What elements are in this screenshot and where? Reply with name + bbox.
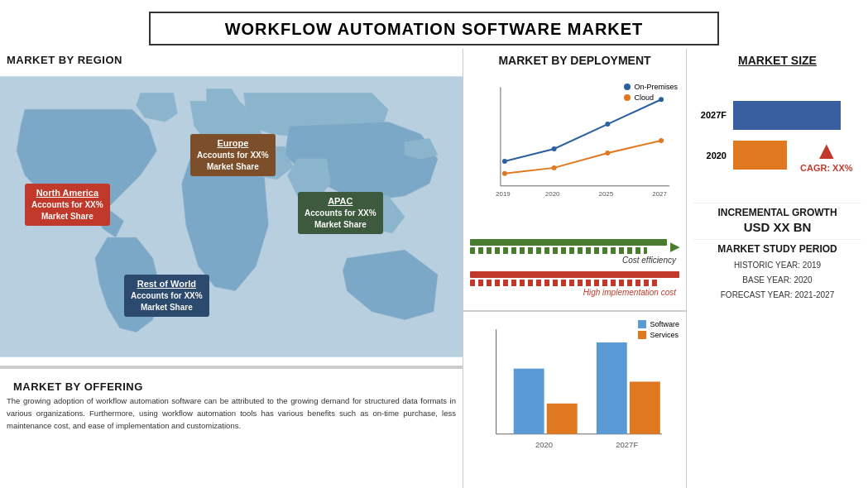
cagr-label: CAGR: XX% [800, 163, 853, 173]
svg-text:2027: 2027 [652, 190, 667, 198]
map-container: North America Accounts for XX% Market Sh… [0, 68, 463, 366]
size-row-2027: 2027F [693, 101, 861, 130]
services-legend-box [638, 331, 646, 339]
svg-text:2025: 2025 [599, 190, 614, 198]
offering-section: MARKET BY OFFERING The growing adoption … [0, 367, 463, 488]
left-panel: MARKET BY REGION [0, 49, 463, 488]
europe-label: Europe Accounts for XX% Market Share [190, 134, 276, 176]
base-year: BASE YEAR: 2020 [693, 273, 861, 288]
svg-text:2020: 2020 [535, 440, 553, 449]
apac-label: APAC Accounts for XX% Market Share [298, 192, 383, 234]
deployment-chart: 2019 2020 2025 2027 On-Premises Cloud [463, 70, 686, 236]
svg-rect-19 [597, 342, 627, 434]
incremental-growth-title: INCREMENTAL GROWTH [693, 207, 861, 218]
cloud-label: Cloud [634, 93, 654, 102]
software-legend-label: Software [650, 320, 679, 328]
deployment-legend: On-Premises Cloud [624, 83, 678, 104]
cloud-dot [624, 94, 631, 101]
services-legend-label: Services [650, 331, 679, 339]
size-row-2020: 2020 ▲ CAGR: XX% [693, 138, 861, 173]
svg-point-10 [659, 138, 664, 143]
offering-section-title: MARKET BY OFFERING [7, 376, 456, 395]
cost-efficiency-arrow: ▶ [670, 240, 679, 253]
right-panel: MARKET SIZE 2027F 2020 ▲ CAGR: XX% INCRE… [687, 49, 868, 488]
svg-text:2020: 2020 [545, 190, 560, 198]
offering-legend-software: Software [638, 320, 679, 328]
size-year-2027: 2027F [693, 110, 727, 120]
offering-chart: 2020 2027F Software Services [463, 312, 686, 465]
svg-point-7 [502, 171, 507, 176]
region-section-title: MARKET BY REGION [0, 49, 463, 68]
svg-point-9 [605, 151, 610, 155]
implementation-cost-label: High implementation cost [470, 288, 679, 297]
implementation-cost-driver: High implementation cost [470, 271, 679, 297]
incremental-growth-section: INCREMENTAL GROWTH USD XX BN [693, 203, 861, 239]
middle-panel: MARKET BY DEPLOYMENT [463, 49, 687, 488]
legend-on-premises: On-Premises [624, 83, 678, 91]
deployment-section-title: MARKET BY DEPLOYMENT [463, 49, 686, 70]
historic-year: HISTORIC YEAR: 2019 [693, 258, 861, 273]
size-year-2020: 2020 [693, 151, 727, 160]
svg-point-4 [552, 146, 557, 151]
offering-legend-services: Services [638, 331, 679, 339]
market-size-title: MARKET SIZE [693, 49, 861, 70]
svg-text:2019: 2019 [496, 190, 511, 198]
cost-efficiency-label: Cost efficiency [470, 256, 679, 265]
size-bar-2020 [733, 141, 787, 170]
svg-point-5 [605, 122, 610, 127]
rest-world-label: Rest of World Accounts for XX% Market Sh… [124, 275, 209, 317]
page-title: WORKFLOW AUTOMATION SOFTWARE MARKET [149, 12, 719, 45]
offering-chart-legend: Software Services [638, 320, 679, 342]
study-period-title: MARKET STUDY PERIOD [693, 243, 861, 255]
svg-rect-20 [630, 381, 660, 433]
study-period-section: MARKET STUDY PERIOD HISTORIC YEAR: 2019 … [693, 239, 861, 306]
software-legend-box [638, 320, 646, 328]
offering-description: The growing adoption of workflow automat… [7, 395, 456, 433]
on-premises-dot [624, 84, 631, 90]
svg-rect-17 [514, 369, 544, 434]
legend-cloud: Cloud [624, 93, 678, 102]
forecast-year: FORECAST YEAR: 2021-2027 [693, 288, 861, 303]
cagr-arrow-icon: ▲ [814, 138, 839, 163]
svg-point-8 [552, 165, 557, 170]
drivers-section: ▶ Cost efficiency High implementation co… [463, 236, 686, 307]
svg-rect-18 [547, 404, 578, 434]
on-premises-label: On-Premises [634, 83, 678, 91]
incremental-growth-value: USD XX BN [693, 218, 861, 236]
size-bar-2027 [733, 101, 841, 130]
svg-point-3 [502, 159, 507, 164]
north-america-label: North America Accounts for XX% Market Sh… [25, 184, 110, 226]
market-size-chart: 2027F 2020 ▲ CAGR: XX% [693, 70, 861, 203]
svg-text:2027F: 2027F [616, 440, 638, 449]
study-period-details: HISTORIC YEAR: 2019 BASE YEAR: 2020 FORE… [693, 255, 861, 303]
cost-efficiency-driver: ▶ Cost efficiency [470, 239, 679, 265]
